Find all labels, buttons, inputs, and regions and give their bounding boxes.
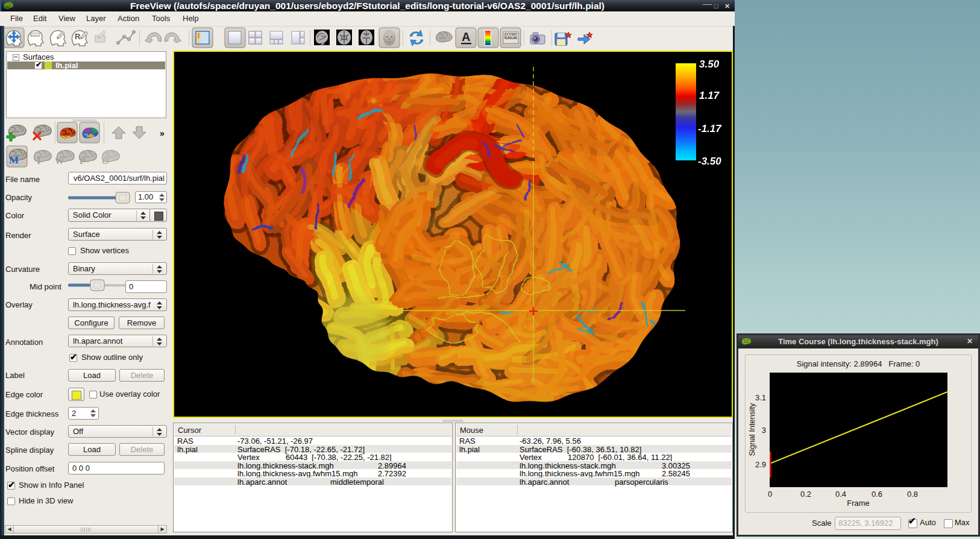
svg-text:3.50: 3.50 bbox=[699, 58, 720, 70]
svg-text:P: P bbox=[80, 156, 85, 166]
svg-text:A: A bbox=[462, 30, 470, 43]
svg-text:M: M bbox=[9, 154, 19, 166]
svg-text:R: R bbox=[75, 32, 81, 41]
svg-text:-1.17: -1.17 bbox=[698, 123, 722, 134]
svg-text:I: I bbox=[37, 156, 40, 166]
svg-text:W: W bbox=[55, 156, 64, 166]
svg-text:-3.50: -3.50 bbox=[698, 156, 721, 167]
svg-text:»: » bbox=[160, 128, 165, 138]
svg-text:O: O bbox=[102, 156, 109, 166]
svg-text:1.17: 1.17 bbox=[699, 90, 720, 101]
